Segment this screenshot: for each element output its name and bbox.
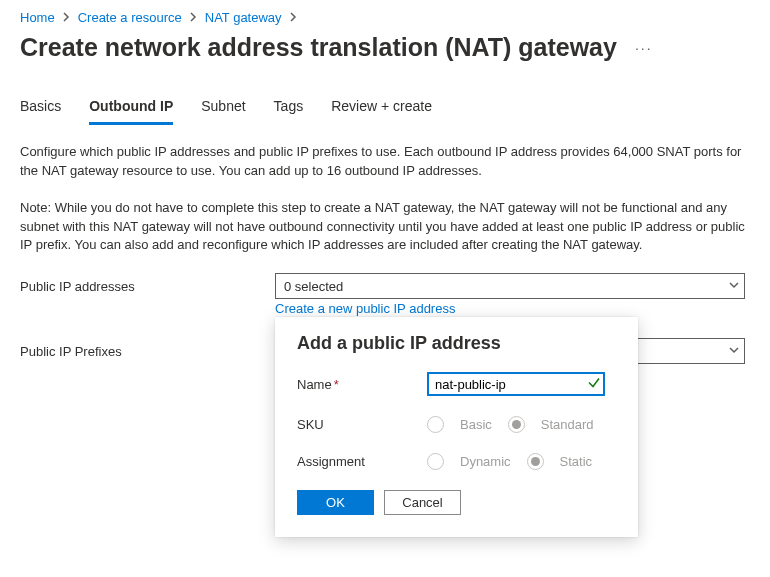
assignment-static-label: Static <box>560 454 593 469</box>
tab-subnet[interactable]: Subnet <box>201 98 245 125</box>
chevron-right-icon <box>290 10 297 25</box>
assignment-dynamic-radio <box>427 453 444 470</box>
breadcrumb-create-resource[interactable]: Create a resource <box>78 10 182 25</box>
chevron-down-icon <box>728 279 740 294</box>
chevron-right-icon <box>63 10 70 25</box>
tab-outbound-ip[interactable]: Outbound IP <box>89 98 173 125</box>
breadcrumb-nat-gateway[interactable]: NAT gateway <box>205 10 282 25</box>
sku-standard-radio <box>508 416 525 433</box>
assignment-field-label: Assignment <box>297 454 427 469</box>
tab-basics[interactable]: Basics <box>20 98 61 125</box>
checkmark-icon <box>587 376 601 393</box>
public-ip-addresses-dropdown[interactable]: 0 selected <box>275 273 745 299</box>
add-public-ip-popover: Add a public IP address Name* SKU Basic <box>275 317 638 537</box>
chevron-down-icon <box>728 344 740 359</box>
breadcrumb-home[interactable]: Home <box>20 10 55 25</box>
sku-basic-label: Basic <box>460 417 492 432</box>
tab-description-2: Note: While you do not have to complete … <box>20 199 750 256</box>
chevron-right-icon <box>190 10 197 25</box>
breadcrumb: Home Create a resource NAT gateway <box>20 10 750 25</box>
sku-field-label: SKU <box>297 417 427 432</box>
name-field-label: Name* <box>297 377 427 392</box>
tab-description-1: Configure which public IP addresses and … <box>20 143 750 181</box>
tab-review-create[interactable]: Review + create <box>331 98 432 125</box>
public-ip-addresses-value: 0 selected <box>284 279 343 294</box>
page-title: Create network address translation (NAT)… <box>20 33 617 62</box>
ok-button[interactable]: OK <box>297 490 374 515</box>
create-public-ip-link[interactable]: Create a new public IP address <box>275 301 455 316</box>
tab-strip: Basics Outbound IP Subnet Tags Review + … <box>20 98 750 125</box>
assignment-dynamic-label: Dynamic <box>460 454 511 469</box>
sku-standard-label: Standard <box>541 417 594 432</box>
public-ip-addresses-label: Public IP addresses <box>20 273 275 294</box>
public-ip-prefixes-label: Public IP Prefixes <box>20 338 275 359</box>
assignment-static-radio <box>527 453 544 470</box>
more-actions-button[interactable]: ··· <box>635 40 653 56</box>
popover-title: Add a public IP address <box>297 333 616 354</box>
name-input[interactable] <box>427 372 605 396</box>
cancel-button[interactable]: Cancel <box>384 490 461 515</box>
sku-basic-radio <box>427 416 444 433</box>
tab-tags[interactable]: Tags <box>274 98 304 125</box>
